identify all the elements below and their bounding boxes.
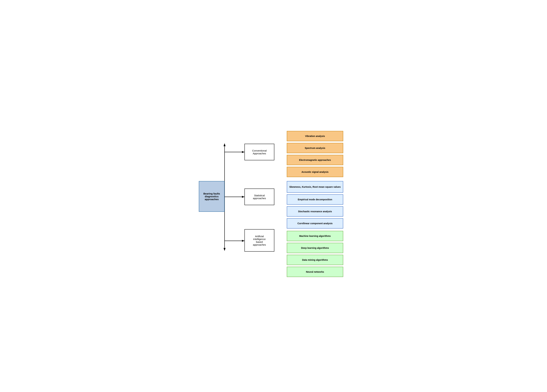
item-empirical: Empirical mode decomposition xyxy=(287,194,343,205)
item-electromagnetic: Electromagnetic approaches xyxy=(287,155,343,165)
item-curvilinear: Curvilinear component analysis xyxy=(287,218,343,228)
category-ai: Artificialintelligencebasedapproaches xyxy=(245,229,274,252)
item-skewness: Skewness, Kurtosis, Root mean square val… xyxy=(287,181,343,193)
category-statistical: Statisticalapproaches xyxy=(245,189,274,205)
item-ml: Machine learning algorithms xyxy=(287,231,343,241)
svg-marker-4 xyxy=(242,151,245,153)
svg-marker-2 xyxy=(224,248,226,251)
item-nn: Neural networks xyxy=(287,267,343,277)
main-box: Bearing faults diagnostics approaches xyxy=(199,181,225,212)
svg-marker-8 xyxy=(242,240,245,242)
category-conventional: ConventionalApproaches xyxy=(245,144,274,160)
item-dm: Data mining algorithms xyxy=(287,255,343,265)
item-dl: Deep learning algorithms xyxy=(287,243,343,253)
item-spectrum: Spectrum analysis xyxy=(287,143,343,153)
item-stochastic: Stochastic resonance analysis xyxy=(287,206,343,217)
svg-marker-1 xyxy=(224,143,226,146)
item-vibration: Vibration analysis xyxy=(287,131,343,141)
item-acoustic: Acoustic signal analysis xyxy=(287,167,343,177)
svg-marker-6 xyxy=(242,196,245,198)
